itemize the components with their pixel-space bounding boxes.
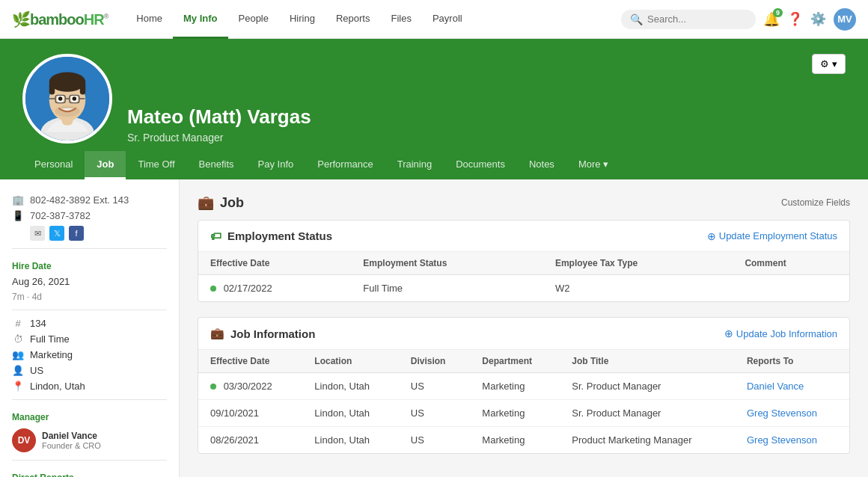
help-button[interactable]: ❓ — [787, 11, 803, 27]
svg-point-16 — [55, 105, 80, 117]
profile-info: Mateo (Matt) Vargas Sr. Product Manager — [112, 105, 846, 151]
ji-job-title-1: Sr. Product Manager — [560, 400, 735, 427]
job-information-header: 💼 Job Information ⊕ Update Job Informati… — [198, 318, 849, 350]
id-icon: # — [12, 318, 24, 329]
tab-documents[interactable]: Documents — [444, 151, 517, 179]
nav-home[interactable]: Home — [126, 0, 173, 39]
main-layout: 🏢 802-482-3892 Ext. 143 📱 702-387-3782 ✉… — [0, 179, 868, 477]
table-row: 09/10/2021 Lindon, Utah US Marketing Sr.… — [198, 400, 849, 427]
col-ji-department: Department — [470, 350, 560, 373]
ji-department-0: Marketing — [470, 373, 560, 400]
sidebar-divider-3 — [12, 399, 167, 400]
tab-performance[interactable]: Performance — [305, 151, 385, 179]
profile-avatar — [22, 54, 112, 144]
col-comment: Comment — [733, 252, 849, 275]
nav-reports[interactable]: Reports — [326, 0, 381, 39]
tab-training[interactable]: Training — [385, 151, 444, 179]
reports-to-link-0[interactable]: Daniel Vance — [747, 381, 804, 392]
nav-my-info[interactable]: My Info — [173, 0, 228, 39]
sidebar-location: 📍 Lindon, Utah — [12, 381, 167, 392]
profile-header: Mateo (Matt) Vargas Sr. Product Manager … — [0, 39, 868, 179]
dropdown-arrow-icon: ▾ — [832, 58, 837, 70]
sidebar: 🏢 802-482-3892 Ext. 143 📱 702-387-3782 ✉… — [0, 179, 180, 477]
briefcase-icon: 💼 — [198, 194, 214, 211]
content-area: 💼 Job Customize Fields 🏷 Employment Stat… — [180, 179, 868, 477]
department-icon: 👥 — [12, 349, 24, 360]
tab-time-off[interactable]: Time Off — [126, 151, 186, 179]
ji-division-2: US — [399, 427, 471, 454]
employment-status-label: Employment Status — [227, 230, 332, 242]
ji-location-0: Lindon, Utah — [302, 373, 398, 400]
notification-badge: 9 — [773, 8, 783, 17]
nav-files[interactable]: Files — [380, 0, 421, 39]
sidebar-phone-mobile: 📱 702-387-3782 — [12, 210, 167, 221]
employment-effective-date: 02/17/2022 — [198, 275, 351, 302]
tab-pay-info[interactable]: Pay Info — [246, 151, 306, 179]
email-icon[interactable]: ✉ — [30, 226, 45, 241]
reports-to-link-1[interactable]: Greg Stevenson — [747, 407, 817, 419]
nav-hiring[interactable]: Hiring — [279, 0, 326, 39]
ji-department-1: Marketing — [470, 400, 560, 427]
col-effective-date: Effective Date — [198, 252, 351, 275]
tab-personal[interactable]: Personal — [22, 151, 85, 179]
ji-job-title-0: Sr. Product Manager — [560, 373, 735, 400]
active-dot-0 — [210, 384, 216, 390]
ji-effective-date-0: 03/30/2022 — [198, 373, 302, 400]
profile-settings-button[interactable]: ⚙ ▾ — [812, 54, 846, 74]
mobile-phone-icon: 📱 — [12, 210, 24, 221]
tab-job[interactable]: Job — [85, 151, 126, 179]
col-ji-effective-date: Effective Date — [198, 350, 302, 373]
tab-benefits[interactable]: Benefits — [187, 151, 246, 179]
ji-reports-to-2: Greg Stevenson — [735, 427, 849, 454]
notifications-button[interactable]: 🔔 9 — [763, 11, 780, 28]
sidebar-employee-id: # 134 — [12, 318, 167, 329]
sidebar-hire-duration: 7m · 4d — [12, 292, 167, 302]
employment-status-header: 🏷 Employment Status ⊕ Update Employment … — [198, 221, 849, 252]
sidebar-department: 👥 Marketing — [12, 349, 167, 360]
twitter-icon[interactable]: 𝕏 — [49, 226, 64, 241]
employment-status-table: Effective Date Employment Status Employe… — [198, 252, 849, 301]
job-section-title: 💼 Job — [198, 194, 244, 211]
user-avatar[interactable]: MV — [834, 8, 856, 31]
logo[interactable]: 🌿bambooHR® — [12, 10, 108, 28]
reports-to-link-2[interactable]: Greg Stevenson — [747, 434, 817, 446]
hire-date-value: Aug 26, 2021 — [12, 276, 70, 287]
manager-label: Manager — [12, 412, 167, 422]
hire-date-label: Hire Date — [12, 261, 167, 271]
ji-location-1: Lindon, Utah — [302, 400, 398, 427]
search-input[interactable] — [647, 13, 747, 25]
customize-fields-link[interactable]: Customize Fields — [781, 197, 850, 208]
manager-role: Founder & CRO — [42, 441, 101, 450]
nav-links: Home My Info People Hiring Reports Files… — [126, 0, 621, 39]
col-ji-division: Division — [399, 350, 471, 373]
search-box[interactable]: 🔍 — [621, 10, 756, 29]
update-employment-status-label: Update Employment Status — [719, 230, 837, 241]
profile-tabs: Personal Job Time Off Benefits Pay Info … — [0, 151, 868, 179]
settings-button[interactable]: ⚙️ — [810, 11, 826, 27]
col-tax-type: Employee Tax Type — [543, 252, 733, 275]
facebook-icon[interactable]: f — [69, 226, 84, 241]
tab-notes[interactable]: Notes — [517, 151, 566, 179]
nav-payroll[interactable]: Payroll — [422, 0, 473, 39]
svg-point-9 — [58, 96, 63, 101]
col-ji-job-title: Job Title — [560, 350, 735, 373]
nav-people[interactable]: People — [228, 0, 279, 39]
update-employment-status-link[interactable]: ⊕ Update Employment Status — [707, 230, 837, 242]
ji-division-0: US — [399, 373, 471, 400]
active-dot — [210, 286, 216, 292]
country-value: US — [30, 365, 43, 376]
job-title-text: Job — [220, 195, 244, 211]
mobile-phone-value: 702-387-3782 — [30, 210, 91, 221]
employment-type-value: Full Time — [30, 333, 70, 345]
manager-name[interactable]: Daniel Vance — [42, 431, 101, 441]
sidebar-divider-4 — [12, 460, 167, 461]
svg-rect-6 — [80, 82, 85, 95]
ji-effective-date-2: 08/26/2021 — [198, 427, 302, 454]
sidebar-hire-date: Aug 26, 2021 — [12, 276, 167, 287]
table-row: 03/30/2022 Lindon, Utah US Marketing Sr.… — [198, 373, 849, 400]
update-job-info-label: Update Job Information — [736, 328, 837, 339]
update-job-info-link[interactable]: ⊕ Update Job Information — [724, 327, 837, 339]
col-ji-reports-to: Reports To — [735, 350, 849, 373]
tab-more[interactable]: More ▾ — [566, 151, 620, 179]
ji-effective-date-1: 09/10/2021 — [198, 400, 302, 427]
